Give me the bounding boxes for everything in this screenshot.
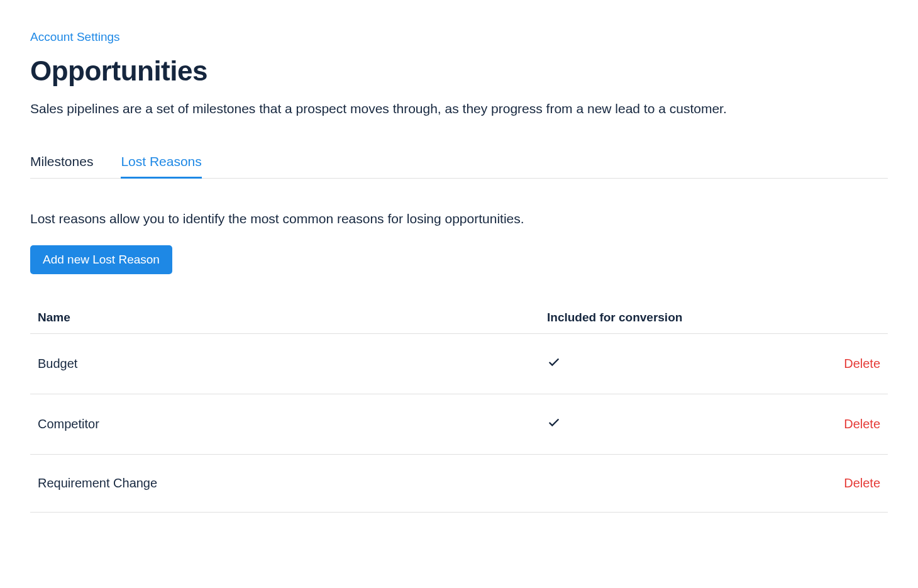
row-name: Requirement Change — [38, 476, 547, 491]
row-included — [547, 416, 761, 433]
table-row: Requirement Change Delete — [30, 455, 888, 513]
page-title: Opportunities — [30, 55, 888, 87]
table-header-name: Name — [38, 311, 547, 325]
table-row: Budget Delete — [30, 334, 888, 394]
page-description: Sales pipelines are a set of milestones … — [30, 99, 888, 118]
tab-lost-reasons[interactable]: Lost Reasons — [121, 154, 201, 178]
delete-button[interactable]: Delete — [844, 417, 880, 431]
delete-button[interactable]: Delete — [844, 357, 880, 370]
table-row: Competitor Delete — [30, 394, 888, 455]
row-included — [547, 355, 761, 372]
breadcrumb-account-settings[interactable]: Account Settings — [30, 30, 120, 44]
tabs: Milestones Lost Reasons — [30, 154, 888, 179]
check-icon — [547, 416, 561, 430]
row-name: Budget — [38, 357, 547, 371]
row-action: Delete — [761, 417, 880, 431]
lost-reasons-table: Name Included for conversion Budget Dele… — [30, 302, 888, 513]
tab-milestones[interactable]: Milestones — [30, 154, 93, 178]
check-icon — [547, 355, 561, 369]
delete-button[interactable]: Delete — [844, 476, 880, 490]
row-name: Competitor — [38, 417, 547, 431]
add-lost-reason-button[interactable]: Add new Lost Reason — [30, 245, 172, 274]
table-header-included: Included for conversion — [547, 311, 761, 325]
row-action: Delete — [761, 357, 880, 371]
table-header: Name Included for conversion — [30, 302, 888, 334]
section-description: Lost reasons allow you to identify the m… — [30, 211, 888, 226]
row-action: Delete — [761, 476, 880, 491]
table-header-action — [761, 311, 880, 325]
